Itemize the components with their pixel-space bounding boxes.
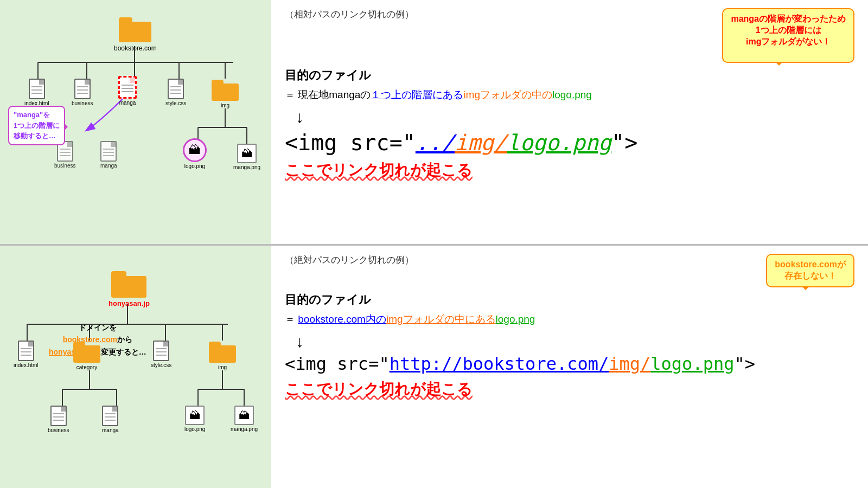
exp-subtitle-1: 目的のファイル	[285, 67, 854, 84]
file-style-1: style.css	[165, 79, 186, 106]
file-index-2: index.html	[14, 341, 39, 368]
exp-code-2: <img src="http://bookstore.com/img/logo.…	[285, 353, 854, 376]
file-logo-1: 🏔 logo.png	[183, 138, 207, 169]
label-style-2: style.css	[151, 362, 171, 368]
speech-bubble-2: bookstore.comが存在しない！	[766, 254, 854, 287]
file-index-1: index.html	[24, 79, 49, 106]
label-manga-2: manga	[102, 427, 119, 433]
root-folder-2: honyasan.jp	[108, 270, 150, 307]
label-business-1: business	[72, 100, 93, 106]
label-manga-1: manga	[119, 100, 136, 106]
exp-desc-1: ＝ 現在地mangaの１つ上の階層にあるimgフォルダの中のlogo.png	[285, 86, 854, 104]
bubble-manga-move: "manga"を 1つ上の階層に 移動すると…	[8, 106, 65, 145]
label-business-2: business	[48, 427, 69, 433]
root-label-2: honyasan.jp	[108, 299, 150, 307]
exp-code-1: <img src="../img/logo.png">	[285, 129, 854, 157]
folder-img-1: img	[212, 79, 239, 108]
label-logo-1: logo.png	[184, 163, 205, 169]
file-business-1: business	[72, 79, 93, 106]
exp-subtitle-2: 目的のファイル	[285, 292, 854, 308]
exp-desc-2: ＝ bookstore.com内のimgフォルダの中にあるlogo.png	[285, 311, 854, 328]
main-container: bookstore.com index.html	[0, 0, 868, 488]
file-business-2: business	[48, 406, 69, 433]
arrow-down-2: ↓	[296, 332, 854, 351]
label-category-2: category	[76, 364, 97, 370]
label-img-1: img	[221, 102, 229, 108]
file-logo-2: 🏔 logo.png	[184, 406, 205, 432]
folder-img-2: img	[209, 341, 236, 370]
file-manga-png-2: 🏔 manga.png	[231, 406, 258, 432]
speech-bubble-1: mangaの階層が変わったため 1つ上の階層には imgフォルダがない！	[722, 8, 854, 63]
panel-1: bookstore.com index.html	[0, 0, 868, 246]
panel-2: honyasan.jp ドメインを bookstore.comから honyas…	[0, 246, 868, 488]
label-manga-png-1: manga.png	[233, 164, 260, 170]
label-logo-2: logo.png	[184, 426, 205, 432]
exp-error-1: ここでリンク切れが起こる	[285, 160, 854, 181]
file-manga-2: manga	[102, 406, 119, 433]
exp-error-2: ここでリンク切れが起こる	[285, 379, 854, 400]
label-manga-png-2: manga.png	[231, 426, 258, 432]
root-folder-1: bookstore.com	[114, 16, 157, 52]
exp-title-2: （絶対パスのリンク切れの例）	[285, 254, 414, 266]
label-style-1: style.css	[165, 100, 186, 106]
diagram-area-2: honyasan.jp ドメインを bookstore.comから honyas…	[0, 246, 271, 488]
folder-category-2: category	[73, 341, 100, 370]
file-business-moved: business	[54, 141, 75, 169]
file-manga-img-1: 🏔 manga.png	[233, 144, 260, 170]
file-manga-1: manga	[118, 76, 137, 106]
file-style-2: style.css	[151, 341, 171, 368]
label-manga-moved: manga	[100, 163, 117, 169]
root-label-1: bookstore.com	[114, 44, 157, 52]
explanation-1: （相対パスのリンク切れの例） mangaの階層が変わったため 1つ上の階層には …	[271, 0, 868, 244]
arrow-down-1: ↓	[296, 108, 854, 126]
explanation-2: （絶対パスのリンク切れの例） bookstore.comが存在しない！ 目的のフ…	[271, 246, 868, 488]
label-img-2: img	[218, 364, 227, 370]
file-manga-moved: manga	[100, 141, 117, 169]
label-index-2: index.html	[14, 362, 39, 368]
label-business-moved: business	[54, 163, 75, 169]
diagram-area-1: bookstore.com index.html	[0, 0, 271, 244]
exp-title-1: （相対パスのリンク切れの例）	[285, 8, 414, 21]
